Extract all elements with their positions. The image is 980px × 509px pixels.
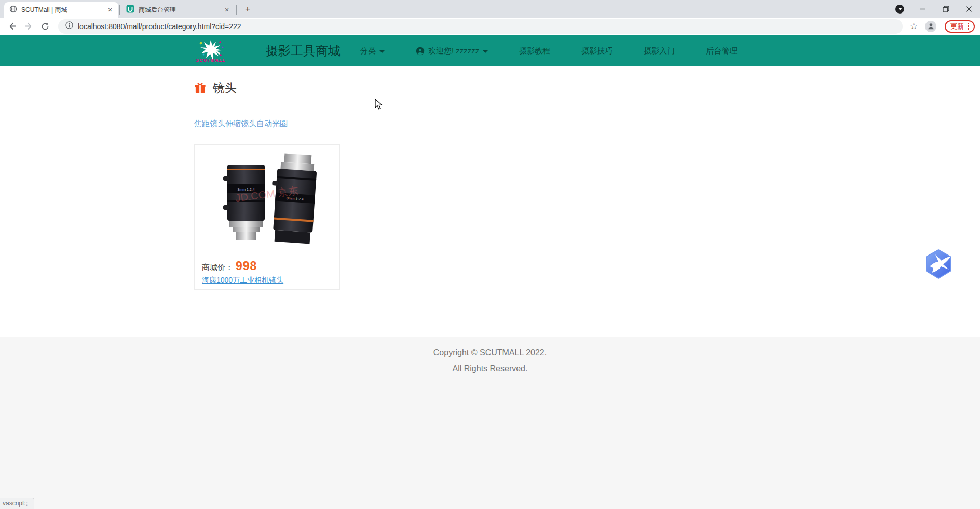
restore-button[interactable] <box>934 0 957 18</box>
tab-title: SCUTMall | 商城 <box>21 6 102 15</box>
minimize-button[interactable] <box>911 0 934 18</box>
logo-text: SCUTMALL <box>196 58 226 63</box>
tab-admin[interactable]: 商城后台管理 ✕ <box>121 2 235 18</box>
bookmark-star-icon[interactable]: ☆ <box>910 21 918 32</box>
heading-divider <box>194 109 786 109</box>
xunlei-download-widget[interactable] <box>922 248 955 280</box>
tab-scutmall[interactable]: SCUTMall | 商城 ✕ <box>4 2 118 18</box>
address-bar[interactable]: localhost:8080/mall/product/category.htm… <box>58 19 903 34</box>
reload-button[interactable] <box>38 20 52 33</box>
reload-icon <box>41 22 49 31</box>
back-icon <box>8 22 17 31</box>
site-logo[interactable]: SCUTMALL <box>194 36 227 65</box>
profile-avatar[interactable] <box>925 21 936 32</box>
tab-close-icon[interactable]: ✕ <box>106 6 114 14</box>
copyright-text: Copyright © SCUTMALL 2022. <box>0 348 980 357</box>
close-window-button[interactable] <box>957 0 980 18</box>
browser-tab-bar: SCUTMall | 商城 ✕ 商城后台管理 ✕ + <box>0 0 980 18</box>
price-row: 商城价： 998 <box>202 259 332 273</box>
close-icon <box>965 6 972 12</box>
nav-item-categories[interactable]: 分类 <box>360 46 385 56</box>
link-status-bar: vascript:; <box>0 498 34 509</box>
product-card[interactable]: 8mm 1:2.4 8mm 1:2.4 <box>194 144 340 290</box>
page-title: 镜头 <box>213 80 237 96</box>
rights-text: All Rights Reserved. <box>0 364 980 373</box>
nav-item-tutorials[interactable]: 摄影教程 <box>519 46 550 56</box>
chrome-update-button[interactable]: 更新 <box>945 20 975 33</box>
site-navbar: SCUTMALL 摄影工具商城 分类 欢迎您! zzzzzz 摄影教程 摄影技巧… <box>0 35 980 66</box>
page-content: 镜头 焦距镜头伸缩镜头自动光圈 <box>0 66 980 337</box>
url-text[interactable]: localhost:8080/mall/product/category.htm… <box>78 22 241 31</box>
product-image[interactable]: 8mm 1:2.4 8mm 1:2.4 <box>202 149 332 255</box>
forward-icon <box>24 22 33 31</box>
nav-item-admin[interactable]: 后台管理 <box>706 46 737 56</box>
nav-item-user[interactable]: 欢迎您! zzzzzz <box>416 46 488 56</box>
tab-title: 商城后台管理 <box>139 6 219 15</box>
tab-search-button[interactable] <box>895 5 904 14</box>
kebab-menu-icon <box>968 23 969 30</box>
gift-icon <box>194 82 206 94</box>
nav-item-beginner[interactable]: 摄影入门 <box>644 46 675 56</box>
forward-button[interactable] <box>22 20 35 33</box>
user-circle-icon <box>416 47 425 56</box>
new-tab-button[interactable]: + <box>241 3 254 16</box>
subcategory-link[interactable]: 焦距镜头伸缩镜头自动光圈 <box>194 119 288 129</box>
xunlei-bird-icon <box>922 248 955 280</box>
nav-item-skills[interactable]: 摄影技巧 <box>581 46 612 56</box>
tab-separator <box>236 5 237 15</box>
site-footer: Copyright © SCUTMALL 2022. All Rights Re… <box>0 337 980 509</box>
category-heading: 镜头 <box>194 66 786 96</box>
mall-bag-favicon-icon <box>126 5 134 15</box>
product-name-link[interactable]: 海康1000万工业相机镜头 <box>202 276 283 285</box>
info-icon[interactable] <box>65 21 73 31</box>
price-value: 998 <box>236 259 257 273</box>
chevron-down-icon <box>898 8 902 10</box>
price-label: 商城价： <box>202 263 233 273</box>
browser-toolbar: localhost:8080/mall/product/category.htm… <box>0 18 980 35</box>
nav-menu: 分类 欢迎您! zzzzzz 摄影教程 摄影技巧 摄影入门 后台管理 <box>360 46 737 56</box>
minimize-icon <box>920 6 926 12</box>
tab-close-icon[interactable]: ✕ <box>223 6 231 14</box>
lens-product-photo: 8mm 1:2.4 8mm 1:2.4 <box>208 150 327 254</box>
person-icon <box>927 22 935 30</box>
caret-down-icon <box>379 50 385 53</box>
tab-separator <box>119 5 120 15</box>
window-controls <box>895 0 980 18</box>
restore-icon <box>943 6 949 12</box>
site-brand-title[interactable]: 摄影工具商城 <box>266 43 341 59</box>
caret-down-icon <box>483 50 488 53</box>
back-button[interactable] <box>5 20 19 33</box>
update-label: 更新 <box>950 22 964 31</box>
globe-favicon-icon <box>9 5 17 15</box>
